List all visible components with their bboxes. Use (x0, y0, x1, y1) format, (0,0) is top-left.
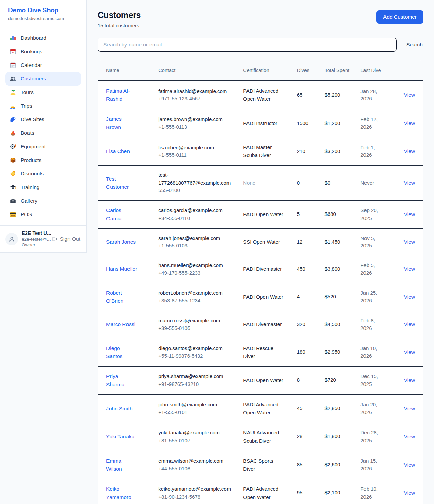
column-header-actions (391, 60, 423, 81)
sidebar-item-label: Bookings (21, 49, 42, 55)
customer-dives: 95 (292, 479, 319, 504)
add-customer-button[interactable]: Add Customer (376, 10, 423, 24)
customer-phone: +1-555-0103 (158, 242, 232, 250)
customer-dives: 0 (292, 166, 319, 201)
package-icon (9, 157, 16, 164)
bookings-calendar-icon: 17 (9, 48, 16, 55)
sidebar-header: Demo Dive Shop demo.test.divestreams.com (0, 0, 86, 27)
view-link[interactable]: View (404, 148, 415, 154)
view-link[interactable]: View (404, 349, 415, 355)
sidebar-item-calendar[interactable]: Calendar (5, 58, 81, 72)
view-link[interactable]: View (404, 294, 415, 300)
customer-certification: SSI Open Water (238, 228, 292, 256)
view-link[interactable]: View (404, 92, 415, 98)
customer-total-spent: $2,950 (319, 338, 355, 366)
shop-name: Demo Dive Shop (8, 6, 78, 14)
customer-name-link[interactable]: Fatima Al-Rashid (106, 87, 137, 103)
sign-out-button[interactable]: Sign Out (51, 236, 81, 242)
sidebar-item-equipment[interactable]: Equipment (5, 140, 81, 153)
table-row: James Brown james.brown@example.com +1-5… (98, 109, 423, 137)
sidebar-item-products[interactable]: Products (5, 153, 81, 167)
view-link[interactable]: View (404, 377, 415, 383)
customer-name-link[interactable]: Emma Wilson (106, 457, 137, 473)
column-header-dives: Dives (292, 60, 319, 81)
view-link[interactable]: View (404, 406, 415, 411)
customers-table-card: Name Contact Certification Dives Total S… (98, 60, 423, 504)
customer-name-link[interactable]: Hans Mueller (106, 265, 137, 273)
table-row: Sarah Jones sarah.jones@example.com +1-5… (98, 228, 423, 256)
table-header: Name Contact Certification Dives Total S… (98, 60, 423, 81)
customer-dives: 180 (292, 338, 319, 366)
main-content: Customers 15 total customers Add Custome… (87, 0, 434, 504)
view-link[interactable]: View (404, 266, 415, 272)
customer-phone: +1-555-0111 (158, 151, 232, 159)
sidebar-item-pos[interactable]: POS (5, 208, 81, 221)
sidebar-item-training[interactable]: Training (5, 181, 81, 194)
sidebar-item-label: Products (21, 157, 41, 163)
customer-name-link[interactable]: Sarah Jones (106, 238, 136, 246)
customer-name-link[interactable]: Test Customer (106, 175, 137, 191)
view-link[interactable]: View (404, 180, 415, 186)
customer-name-link[interactable]: John Smith (106, 405, 133, 413)
sidebar-item-label: Boats (21, 130, 34, 136)
sidebar-item-boats[interactable]: Boats (5, 126, 81, 140)
customer-certification: PADI Advanced Open Water (238, 479, 292, 504)
island-icon (9, 89, 16, 96)
sidebar-item-customers[interactable]: Customers (5, 72, 81, 86)
sidebar-item-tours[interactable]: Tours (5, 86, 81, 99)
customer-phone: +49-170-555-2233 (158, 269, 232, 277)
customer-last-dive: Jan 10, 2026 (355, 338, 391, 366)
view-link[interactable]: View (404, 120, 415, 126)
sidebar-item-gallery[interactable]: Gallery (5, 194, 81, 208)
customer-dives: 320 (292, 311, 319, 338)
customer-certification: None (238, 166, 292, 201)
customer-name-link[interactable]: Robert O'Brien (106, 289, 137, 305)
customers-icon (9, 75, 16, 82)
customer-phone: 555-0100 (158, 187, 232, 194)
table-row: Fatima Al-Rashid fatima.alrashid@example… (98, 81, 423, 109)
customer-phone: +353-87-555-1234 (158, 297, 232, 305)
view-link[interactable]: View (404, 211, 415, 217)
sidebar-item-label: Tours (21, 89, 34, 95)
customer-total-spent: $3,800 (319, 256, 355, 283)
search-input[interactable] (98, 38, 397, 52)
table-body: Fatima Al-Rashid fatima.alrashid@example… (98, 81, 423, 504)
view-link[interactable]: View (404, 490, 415, 496)
person-icon (8, 236, 15, 242)
calendar-icon (9, 62, 16, 69)
view-link[interactable]: View (404, 321, 415, 327)
column-header-total-spent: Total Spent (319, 60, 355, 81)
customer-dives: 28 (292, 423, 319, 451)
customer-dives: 450 (292, 256, 319, 283)
customer-name-link[interactable]: Keiko Yamamoto (106, 485, 137, 501)
search-button[interactable]: Search (406, 40, 423, 49)
customer-name-link[interactable]: Priya Sharma (106, 372, 137, 389)
customer-email: hans.mueller@example.com (158, 262, 232, 269)
sidebar-item-bookings[interactable]: 17Bookings (5, 45, 81, 58)
table-row: Carlos Garcia carlos.garcia@example.com … (98, 200, 423, 228)
view-link[interactable]: View (404, 462, 415, 468)
customer-total-spent: $520 (319, 283, 355, 311)
customer-last-dive: Jan 20, 2026 (355, 394, 391, 423)
customer-email: test-1772681807767@example.com (158, 171, 232, 187)
sidebar-nav: Dashboard17BookingsCalendarCustomersTour… (0, 27, 86, 225)
sidebar-item-discounts[interactable]: Discounts (5, 167, 81, 181)
view-link[interactable]: View (404, 434, 415, 440)
customer-name-link[interactable]: Diego Santos (106, 344, 137, 360)
customer-phone: +44-555-0108 (158, 465, 232, 473)
sidebar-item-trips[interactable]: Trips (5, 99, 81, 113)
customer-name-link[interactable]: Carlos Garcia (106, 206, 137, 223)
customer-name-link[interactable]: Marco Rossi (106, 320, 135, 329)
customer-name-link[interactable]: Yuki Tanaka (106, 433, 134, 441)
page-title: Customers (98, 10, 141, 20)
view-link[interactable]: View (404, 239, 415, 245)
page-title-block: Customers 15 total customers (98, 10, 141, 29)
customer-name-link[interactable]: James Brown (106, 115, 137, 131)
dive-mask-icon (9, 143, 16, 150)
sidebar-item-label: POS (21, 211, 32, 218)
table-row: Hans Mueller hans.mueller@example.com +4… (98, 256, 423, 283)
customer-email: priya.sharma@example.com (158, 373, 232, 380)
sidebar-item-dashboard[interactable]: Dashboard (5, 31, 81, 45)
customer-name-link[interactable]: Lisa Chen (106, 147, 130, 155)
sidebar-item-dive-sites[interactable]: Dive Sites (5, 113, 81, 126)
